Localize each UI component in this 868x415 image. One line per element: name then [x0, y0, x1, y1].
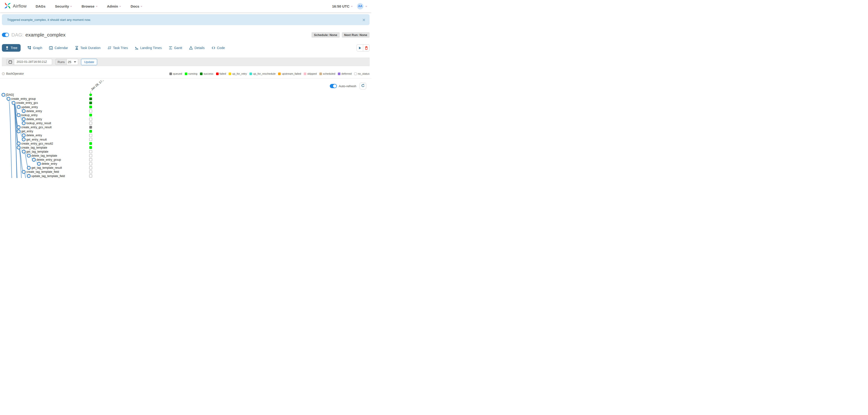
task-status-square-no_status[interactable] [89, 162, 92, 165]
tree-node-create_tag_template_field[interactable] [22, 170, 25, 174]
tree-node-label: update_tag_template_field [32, 174, 65, 178]
legend-label: success [204, 72, 213, 75]
tree-node-update_entry[interactable] [17, 106, 20, 109]
code-icon [212, 46, 215, 50]
schedule-badges: Schedule: NoneNext Run: None [312, 32, 370, 38]
legend-label: running [188, 72, 197, 75]
task-status-square-queued[interactable] [89, 126, 92, 129]
dag-pause-toggle[interactable] [2, 33, 9, 37]
user-avatar[interactable]: AA [357, 3, 363, 9]
operator-legend-item: BashOperator [2, 72, 24, 76]
nav-item-dags[interactable]: DAGs [35, 4, 45, 8]
close-icon[interactable]: × [363, 17, 365, 22]
tab-gantt[interactable]: Gantt [169, 46, 182, 50]
view-tabs: TreeGraphCalendarTask DurationTask Tries… [2, 43, 370, 53]
task-status-square-no_status[interactable] [89, 175, 92, 178]
update-button[interactable]: Update [81, 59, 97, 65]
tree-node-create_entry_group[interactable] [7, 97, 10, 100]
task-status-square-success[interactable] [89, 101, 92, 104]
nav-item-security[interactable]: Security [55, 4, 72, 8]
nav-item-browse[interactable]: Browse [82, 4, 97, 8]
tab-task-duration[interactable]: Task Duration [75, 46, 101, 50]
task-status-square-running[interactable] [89, 130, 92, 133]
chevron-down-icon [70, 6, 72, 7]
status-legend: queuedrunningsuccessfailedup_for_retryup… [169, 72, 370, 75]
task-status-square-no_status[interactable] [89, 122, 92, 125]
top-navbar: Airflow DAGsSecurityBrowseAdminDocs 16:5… [0, 0, 371, 12]
tree-node-get_tag_template_result[interactable] [27, 166, 31, 170]
trigger-dag-button[interactable] [356, 44, 363, 52]
tree-node-get_entry_result[interactable] [22, 138, 25, 141]
tree-node-delete_entry[interactable] [22, 134, 25, 137]
tree-node-create_entry_gcs_result2[interactable] [17, 142, 20, 145]
tab-calendar[interactable]: Calendar [49, 46, 68, 50]
task-status-square-no_status[interactable] [89, 167, 92, 169]
tree-node-create_entry_gcs_result[interactable] [17, 126, 20, 129]
legend-label: no_status [358, 72, 370, 75]
nav-item-docs[interactable]: Docs [130, 4, 143, 8]
task-status-square-no_status[interactable] [89, 118, 92, 121]
dag-prefix-label: DAG: [11, 32, 24, 38]
nav-item-label: Browse [82, 4, 94, 8]
task-status-square-success[interactable] [89, 97, 92, 100]
chevron-down-icon[interactable] [365, 6, 367, 7]
legend-label: skipped [307, 72, 317, 75]
nav-item-label: Security [55, 4, 69, 8]
tab-label: Gantt [174, 46, 182, 50]
horizontal-divider [0, 78, 371, 79]
task-status-square-no_status[interactable] [89, 154, 92, 157]
task-status-square-running[interactable] [89, 106, 92, 109]
tree-node-lookup_entry_result[interactable] [22, 122, 25, 125]
tab-details[interactable]: Details [189, 46, 205, 50]
calendar-icon [49, 46, 53, 50]
tree-node-lookup_entry[interactable] [17, 114, 20, 117]
legend-swatch [228, 72, 231, 75]
dag-run-status-circle[interactable] [89, 93, 92, 96]
tree-node-get_tag_template[interactable] [22, 150, 25, 153]
tree-node-delete_entry_group[interactable] [32, 158, 35, 161]
task-status-square-no_status[interactable] [89, 171, 92, 174]
task-status-square-no_status[interactable] [89, 150, 92, 153]
tree-node-delete_entry[interactable] [37, 162, 41, 166]
legend-swatch [169, 72, 172, 75]
tab-label: Landing Times [140, 46, 162, 50]
task-status-square-no_status[interactable] [89, 134, 92, 137]
tab-graph[interactable]: Graph [28, 46, 42, 50]
legend-item-success: success [200, 72, 213, 75]
task-status-square-no_status[interactable] [89, 158, 92, 161]
auto-refresh-toggle[interactable] [330, 84, 337, 88]
chevron-down-icon [141, 6, 143, 7]
tree-node-label: create_tag_template [21, 146, 48, 149]
tree-node-delete_tag_template[interactable] [27, 154, 31, 157]
task-status-square-no_status[interactable] [89, 138, 92, 141]
tree-node-get_entry[interactable] [17, 130, 20, 133]
refresh-button[interactable] [360, 83, 366, 89]
tab-code[interactable]: Code [212, 46, 225, 50]
task-status-square-running[interactable] [89, 114, 92, 117]
tab-task-tries[interactable]: Task Tries [107, 46, 128, 50]
tree-node-create_entry_gcs[interactable] [12, 101, 16, 105]
legend-swatch [249, 72, 252, 75]
tab-landing-times[interactable]: Landing Times [135, 46, 162, 50]
task-status-square-running[interactable] [89, 146, 92, 149]
tree-node-create_tag_template[interactable] [17, 146, 20, 149]
delete-dag-button[interactable] [363, 44, 370, 52]
num-runs-select[interactable]: 25 [67, 59, 78, 65]
tree-node-update_tag_template_field[interactable] [27, 174, 31, 178]
tree-node-delete_entry[interactable] [22, 110, 25, 113]
tab-label: Task Tries [113, 46, 128, 50]
clock-label: 16:50 UTC [332, 4, 349, 8]
base-date-input[interactable] [14, 59, 52, 65]
task-status-square-no_status[interactable] [89, 110, 92, 113]
tab-tree[interactable]: Tree [2, 44, 21, 52]
auto-refresh-label: Auto-refresh [339, 84, 356, 88]
nav-item-admin[interactable]: Admin [107, 4, 121, 8]
airflow-brand[interactable]: Airflow [4, 2, 27, 10]
tree-node-delete_entry[interactable] [22, 118, 25, 121]
task-status-square-running[interactable] [89, 142, 92, 145]
alert-message: Triggered example_complex, it should sta… [7, 18, 91, 22]
tree-node-label: delete_entry [26, 110, 42, 113]
tree-node-dag[interactable] [2, 93, 5, 96]
utc-clock-dropdown[interactable]: 16:50 UTC [332, 4, 353, 8]
legend-label: up_for_reschedule [253, 72, 276, 75]
